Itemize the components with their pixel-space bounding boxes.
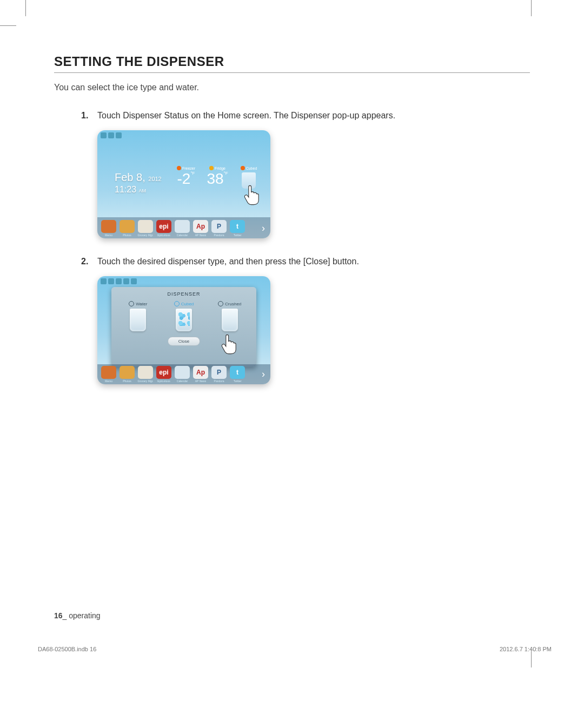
dock-app-calendar[interactable]: Calendar <box>174 220 190 237</box>
dock-app-twitter[interactable]: tTwitter <box>229 366 245 383</box>
dock-app-photos[interactable]: Photos <box>119 220 135 237</box>
dock-next-arrow-icon[interactable]: › <box>260 369 267 380</box>
status-icon <box>131 278 137 284</box>
glass-icon <box>174 301 180 306</box>
time-text: 11:23 <box>115 185 136 194</box>
print-footer: DA68-02500B.indb 16 2012.6.7 1:40:8 PM <box>38 646 552 652</box>
dock-app-twitter[interactable]: tTwitter <box>229 220 245 237</box>
glass-graphic <box>222 309 238 331</box>
dock-app-calendar[interactable]: Calendar <box>174 366 190 383</box>
dock-app-memo[interactable]: Memo <box>101 366 117 383</box>
section-title: SETTING THE DISPENSER <box>54 54 530 73</box>
time-ampm: AM <box>139 188 147 193</box>
app-icon <box>120 366 135 379</box>
dispenser-option-cubed[interactable]: Cubed <box>163 301 205 331</box>
app-icon: epi <box>156 220 171 233</box>
app-icon: Ap <box>193 220 208 233</box>
status-icon <box>108 278 114 284</box>
status-icon <box>116 278 122 284</box>
app-icon <box>175 220 190 233</box>
app-dock: MemoPhotosGrocery Mgr.epiEpicuriousCalen… <box>97 217 270 238</box>
touch-hand-icon <box>243 184 262 206</box>
date-time-widget: Feb 8, 2012 11:23 AM <box>115 171 162 195</box>
app-icon: Ap <box>193 366 208 379</box>
dock-label: Photos <box>119 233 135 237</box>
step-1-number: 1. <box>81 111 92 121</box>
fridge-temp: Fridge 38°F <box>204 166 230 186</box>
dock-app-epicurious[interactable]: epiEpicurious <box>156 220 172 237</box>
app-icon <box>101 366 116 379</box>
close-button[interactable]: Close <box>168 337 200 346</box>
date-text: Feb 8, <box>115 171 145 183</box>
app-dock: MemoPhotosGrocery Mgr.epiEpicuriousCalen… <box>97 364 270 384</box>
app-icon <box>120 220 135 233</box>
glass-graphic <box>176 309 192 331</box>
app-icon: epi <box>156 366 171 379</box>
dock-app-photos[interactable]: Photos <box>119 366 135 383</box>
touch-hand-icon <box>221 333 239 355</box>
step-2-number: 2. <box>81 257 92 266</box>
status-icon <box>101 132 107 138</box>
dock-label: AP News <box>193 379 209 383</box>
status-icon <box>108 132 114 138</box>
dock-next-arrow-icon[interactable]: › <box>260 223 267 234</box>
footer-section: _ operating <box>63 611 101 620</box>
freezer-temp: Freezer -2°F <box>173 166 199 186</box>
dock-app-pandora[interactable]: PPandora <box>211 366 227 383</box>
app-icon: P <box>211 220 227 233</box>
dock-label: Memo <box>101 233 117 237</box>
status-icon <box>101 278 107 284</box>
dock-app-pandora[interactable]: PPandora <box>211 220 227 237</box>
glass-icon <box>129 301 134 306</box>
dock-label: Memo <box>101 379 117 383</box>
app-icon: P <box>211 366 227 379</box>
dock-app-memo[interactable]: Memo <box>101 220 117 237</box>
dock-app-ap-news[interactable]: ApAP News <box>193 220 209 237</box>
dock-label: Epicurious <box>156 233 172 237</box>
screenshot-dispenser-popup: DISPENSER WaterCubedCrushed Close MemoPh… <box>97 276 270 384</box>
status-bar <box>101 278 137 284</box>
dock-label: Calendar <box>174 379 190 383</box>
screenshot-home: Feb 8, 2012 11:23 AM Freezer -2°F Fridge… <box>97 130 270 238</box>
dock-label: Calendar <box>174 233 190 237</box>
dock-label: AP News <box>193 233 209 237</box>
app-icon: t <box>230 366 245 379</box>
dock-app-epicurious[interactable]: epiEpicurious <box>156 366 172 383</box>
dock-app-ap-news[interactable]: ApAP News <box>193 366 209 383</box>
dock-label: Epicurious <box>156 379 172 383</box>
dock-app-grocery-mgr-[interactable]: Grocery Mgr. <box>137 220 154 237</box>
step-1-text: Touch Dispenser Status on the Home scree… <box>97 111 395 121</box>
app-icon <box>138 220 153 233</box>
step-1: 1. Touch Dispenser Status on the Home sc… <box>81 111 530 121</box>
step-2: 2. Touch the desired dispenser type, and… <box>81 257 530 266</box>
dock-label: Grocery Mgr. <box>137 379 154 383</box>
status-bar <box>101 132 122 138</box>
status-icon <box>123 278 129 284</box>
status-icon <box>116 132 122 138</box>
dock-label: Grocery Mgr. <box>137 233 154 237</box>
step-2-text: Touch the desired dispenser type, and th… <box>97 257 359 266</box>
modal-title: DISPENSER <box>117 291 251 297</box>
dispenser-option-water[interactable]: Water <box>117 301 160 331</box>
print-file: DA68-02500B.indb 16 <box>38 646 96 652</box>
fridge-icon <box>209 166 214 170</box>
dock-label: Pandora <box>211 233 227 237</box>
glass-graphic <box>130 309 146 331</box>
dock-app-grocery-mgr-[interactable]: Grocery Mgr. <box>137 366 154 383</box>
dock-label: Photos <box>119 379 135 383</box>
app-icon <box>175 366 190 379</box>
dock-label: Twitter <box>229 233 245 237</box>
app-icon <box>138 366 153 379</box>
print-timestamp: 2012.6.7 1:40:8 PM <box>500 646 552 652</box>
app-icon: t <box>230 220 245 233</box>
date-year: 2012 <box>148 176 161 182</box>
dock-label: Pandora <box>211 379 227 383</box>
app-icon <box>101 220 116 233</box>
page-footer: 16_ operating <box>54 611 101 620</box>
freezer-icon <box>177 166 181 170</box>
cubed-icon <box>241 166 245 170</box>
glass-icon <box>218 301 223 306</box>
page-number: 16 <box>54 611 63 620</box>
dispenser-option-crushed[interactable]: Crushed <box>208 301 251 331</box>
dock-label: Twitter <box>229 379 245 383</box>
